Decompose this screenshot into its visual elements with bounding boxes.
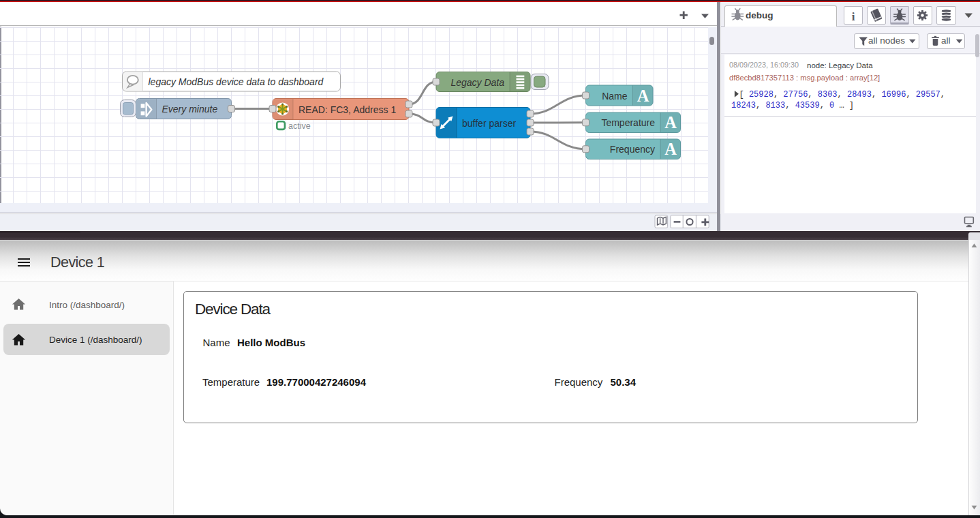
svg-text:READ: FC3, Address 1: READ: FC3, Address 1: [298, 104, 396, 115]
svg-text:Every minute: Every minute: [162, 104, 218, 115]
svg-text:i: i: [852, 10, 855, 23]
svg-text:A: A: [637, 87, 649, 105]
svg-text:A: A: [664, 113, 677, 132]
svg-text:active: active: [288, 121, 311, 131]
svg-text:Temperature: Temperature: [601, 117, 655, 128]
svg-text:legacy ModBus device data to d: legacy ModBus device data to dashboard: [149, 76, 324, 87]
svg-text:Name: Name: [602, 91, 628, 102]
svg-text:buffer parser: buffer parser: [462, 118, 516, 129]
svg-text:A: A: [664, 140, 677, 158]
svg-text:Legacy Data: Legacy Data: [450, 77, 504, 88]
svg-text:Frequency: Frequency: [610, 144, 655, 155]
